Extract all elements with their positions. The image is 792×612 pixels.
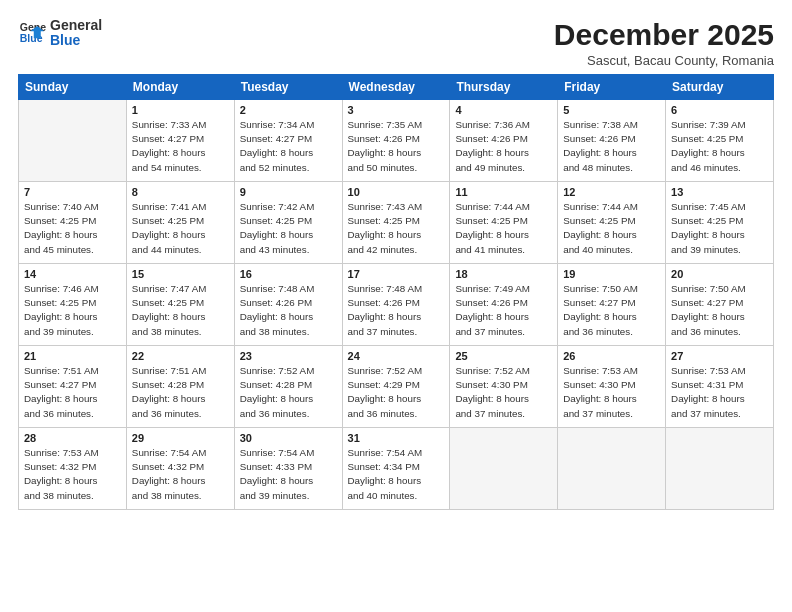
logo: General Blue General Blue — [18, 18, 102, 49]
calendar-cell: 23Sunrise: 7:52 AM Sunset: 4:28 PM Dayli… — [234, 346, 342, 428]
calendar-body: 1Sunrise: 7:33 AM Sunset: 4:27 PM Daylig… — [19, 100, 774, 510]
subtitle: Sascut, Bacau County, Romania — [554, 53, 774, 68]
day-number: 12 — [563, 186, 660, 198]
day-info: Sunrise: 7:51 AM Sunset: 4:27 PM Dayligh… — [24, 364, 121, 421]
calendar-cell: 2Sunrise: 7:34 AM Sunset: 4:27 PM Daylig… — [234, 100, 342, 182]
day-info: Sunrise: 7:47 AM Sunset: 4:25 PM Dayligh… — [132, 282, 229, 339]
calendar-cell: 15Sunrise: 7:47 AM Sunset: 4:25 PM Dayli… — [126, 264, 234, 346]
calendar-cell: 5Sunrise: 7:38 AM Sunset: 4:26 PM Daylig… — [558, 100, 666, 182]
day-number: 6 — [671, 104, 768, 116]
day-number: 7 — [24, 186, 121, 198]
day-number: 16 — [240, 268, 337, 280]
calendar-cell: 7Sunrise: 7:40 AM Sunset: 4:25 PM Daylig… — [19, 182, 127, 264]
logo-line1: General — [50, 18, 102, 33]
calendar-week-row: 21Sunrise: 7:51 AM Sunset: 4:27 PM Dayli… — [19, 346, 774, 428]
calendar-cell — [19, 100, 127, 182]
day-info: Sunrise: 7:42 AM Sunset: 4:25 PM Dayligh… — [240, 200, 337, 257]
day-info: Sunrise: 7:40 AM Sunset: 4:25 PM Dayligh… — [24, 200, 121, 257]
day-number: 20 — [671, 268, 768, 280]
weekday-header: Wednesday — [342, 75, 450, 100]
day-info: Sunrise: 7:49 AM Sunset: 4:26 PM Dayligh… — [455, 282, 552, 339]
logo-icon: General Blue — [18, 19, 46, 47]
weekday-header: Tuesday — [234, 75, 342, 100]
calendar-cell: 31Sunrise: 7:54 AM Sunset: 4:34 PM Dayli… — [342, 428, 450, 510]
day-info: Sunrise: 7:50 AM Sunset: 4:27 PM Dayligh… — [671, 282, 768, 339]
day-info: Sunrise: 7:54 AM Sunset: 4:32 PM Dayligh… — [132, 446, 229, 503]
day-number: 30 — [240, 432, 337, 444]
calendar-cell: 30Sunrise: 7:54 AM Sunset: 4:33 PM Dayli… — [234, 428, 342, 510]
calendar-cell: 26Sunrise: 7:53 AM Sunset: 4:30 PM Dayli… — [558, 346, 666, 428]
calendar-cell: 21Sunrise: 7:51 AM Sunset: 4:27 PM Dayli… — [19, 346, 127, 428]
day-info: Sunrise: 7:50 AM Sunset: 4:27 PM Dayligh… — [563, 282, 660, 339]
weekday-header: Monday — [126, 75, 234, 100]
weekday-header: Thursday — [450, 75, 558, 100]
day-info: Sunrise: 7:43 AM Sunset: 4:25 PM Dayligh… — [348, 200, 445, 257]
day-number: 23 — [240, 350, 337, 362]
day-number: 22 — [132, 350, 229, 362]
day-info: Sunrise: 7:48 AM Sunset: 4:26 PM Dayligh… — [240, 282, 337, 339]
calendar-cell: 29Sunrise: 7:54 AM Sunset: 4:32 PM Dayli… — [126, 428, 234, 510]
calendar-week-row: 7Sunrise: 7:40 AM Sunset: 4:25 PM Daylig… — [19, 182, 774, 264]
day-info: Sunrise: 7:53 AM Sunset: 4:32 PM Dayligh… — [24, 446, 121, 503]
day-number: 9 — [240, 186, 337, 198]
calendar-cell: 9Sunrise: 7:42 AM Sunset: 4:25 PM Daylig… — [234, 182, 342, 264]
day-number: 18 — [455, 268, 552, 280]
calendar-cell — [450, 428, 558, 510]
day-info: Sunrise: 7:41 AM Sunset: 4:25 PM Dayligh… — [132, 200, 229, 257]
calendar-cell: 27Sunrise: 7:53 AM Sunset: 4:31 PM Dayli… — [666, 346, 774, 428]
day-number: 25 — [455, 350, 552, 362]
calendar-week-row: 28Sunrise: 7:53 AM Sunset: 4:32 PM Dayli… — [19, 428, 774, 510]
day-info: Sunrise: 7:53 AM Sunset: 4:31 PM Dayligh… — [671, 364, 768, 421]
day-info: Sunrise: 7:35 AM Sunset: 4:26 PM Dayligh… — [348, 118, 445, 175]
day-number: 13 — [671, 186, 768, 198]
day-info: Sunrise: 7:38 AM Sunset: 4:26 PM Dayligh… — [563, 118, 660, 175]
day-number: 21 — [24, 350, 121, 362]
day-number: 28 — [24, 432, 121, 444]
day-info: Sunrise: 7:34 AM Sunset: 4:27 PM Dayligh… — [240, 118, 337, 175]
calendar-cell — [558, 428, 666, 510]
calendar-cell: 19Sunrise: 7:50 AM Sunset: 4:27 PM Dayli… — [558, 264, 666, 346]
calendar-cell: 28Sunrise: 7:53 AM Sunset: 4:32 PM Dayli… — [19, 428, 127, 510]
day-number: 17 — [348, 268, 445, 280]
calendar-cell: 14Sunrise: 7:46 AM Sunset: 4:25 PM Dayli… — [19, 264, 127, 346]
calendar-cell: 25Sunrise: 7:52 AM Sunset: 4:30 PM Dayli… — [450, 346, 558, 428]
calendar-cell: 18Sunrise: 7:49 AM Sunset: 4:26 PM Dayli… — [450, 264, 558, 346]
header: General Blue General Blue December 2025 … — [18, 18, 774, 68]
page: General Blue General Blue December 2025 … — [0, 0, 792, 612]
calendar-cell: 16Sunrise: 7:48 AM Sunset: 4:26 PM Dayli… — [234, 264, 342, 346]
day-info: Sunrise: 7:44 AM Sunset: 4:25 PM Dayligh… — [563, 200, 660, 257]
calendar-cell: 20Sunrise: 7:50 AM Sunset: 4:27 PM Dayli… — [666, 264, 774, 346]
day-number: 1 — [132, 104, 229, 116]
day-number: 15 — [132, 268, 229, 280]
day-info: Sunrise: 7:53 AM Sunset: 4:30 PM Dayligh… — [563, 364, 660, 421]
day-number: 24 — [348, 350, 445, 362]
day-number: 11 — [455, 186, 552, 198]
day-info: Sunrise: 7:33 AM Sunset: 4:27 PM Dayligh… — [132, 118, 229, 175]
day-info: Sunrise: 7:46 AM Sunset: 4:25 PM Dayligh… — [24, 282, 121, 339]
calendar-cell: 22Sunrise: 7:51 AM Sunset: 4:28 PM Dayli… — [126, 346, 234, 428]
logo-line2: Blue — [50, 33, 102, 48]
calendar-cell: 11Sunrise: 7:44 AM Sunset: 4:25 PM Dayli… — [450, 182, 558, 264]
day-info: Sunrise: 7:48 AM Sunset: 4:26 PM Dayligh… — [348, 282, 445, 339]
calendar-cell: 24Sunrise: 7:52 AM Sunset: 4:29 PM Dayli… — [342, 346, 450, 428]
day-info: Sunrise: 7:52 AM Sunset: 4:28 PM Dayligh… — [240, 364, 337, 421]
day-info: Sunrise: 7:52 AM Sunset: 4:30 PM Dayligh… — [455, 364, 552, 421]
calendar-cell: 1Sunrise: 7:33 AM Sunset: 4:27 PM Daylig… — [126, 100, 234, 182]
calendar-week-row: 1Sunrise: 7:33 AM Sunset: 4:27 PM Daylig… — [19, 100, 774, 182]
day-number: 14 — [24, 268, 121, 280]
calendar-cell: 10Sunrise: 7:43 AM Sunset: 4:25 PM Dayli… — [342, 182, 450, 264]
weekday-header: Sunday — [19, 75, 127, 100]
day-info: Sunrise: 7:44 AM Sunset: 4:25 PM Dayligh… — [455, 200, 552, 257]
day-info: Sunrise: 7:39 AM Sunset: 4:25 PM Dayligh… — [671, 118, 768, 175]
calendar-table: SundayMondayTuesdayWednesdayThursdayFrid… — [18, 74, 774, 510]
calendar-cell — [666, 428, 774, 510]
day-number: 29 — [132, 432, 229, 444]
calendar-cell: 8Sunrise: 7:41 AM Sunset: 4:25 PM Daylig… — [126, 182, 234, 264]
day-info: Sunrise: 7:54 AM Sunset: 4:34 PM Dayligh… — [348, 446, 445, 503]
calendar-cell: 13Sunrise: 7:45 AM Sunset: 4:25 PM Dayli… — [666, 182, 774, 264]
day-number: 10 — [348, 186, 445, 198]
day-number: 4 — [455, 104, 552, 116]
weekday-header: Friday — [558, 75, 666, 100]
day-number: 2 — [240, 104, 337, 116]
day-info: Sunrise: 7:51 AM Sunset: 4:28 PM Dayligh… — [132, 364, 229, 421]
